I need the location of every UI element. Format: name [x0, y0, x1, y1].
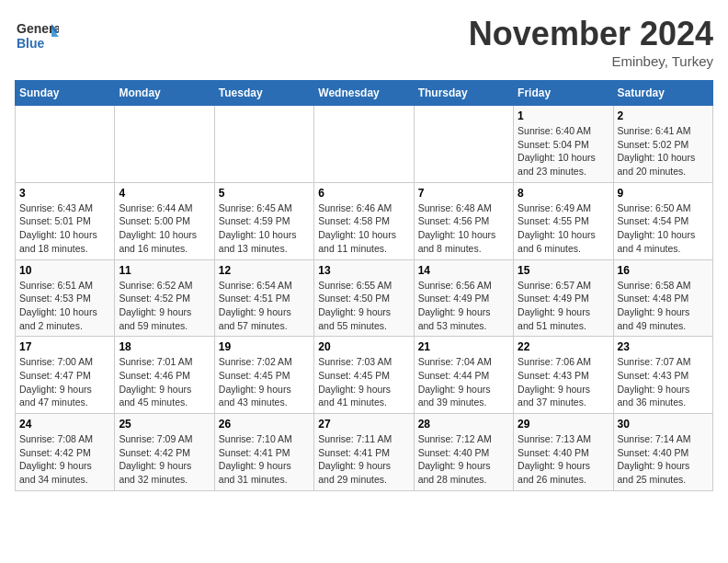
month-title: November 2024	[469, 15, 713, 53]
day-number: 20	[318, 340, 409, 353]
weekday-label: Monday	[115, 81, 214, 106]
calendar-cell: 30Sunrise: 7:14 AM Sunset: 4:40 PM Dayli…	[613, 414, 712, 491]
day-info: Sunrise: 7:00 AM Sunset: 4:47 PM Dayligh…	[19, 355, 110, 409]
calendar-week-row: 1Sunrise: 6:40 AM Sunset: 5:04 PM Daylig…	[16, 106, 713, 183]
day-number: 21	[418, 340, 509, 353]
calendar-cell: 13Sunrise: 6:55 AM Sunset: 4:50 PM Dayli…	[314, 259, 414, 337]
calendar-cell: 19Sunrise: 7:02 AM Sunset: 4:45 PM Dayli…	[214, 337, 313, 414]
day-info: Sunrise: 7:03 AM Sunset: 4:45 PM Dayligh…	[318, 355, 409, 409]
day-number: 2	[618, 109, 709, 122]
day-info: Sunrise: 6:43 AM Sunset: 5:01 PM Dayligh…	[19, 201, 110, 256]
weekday-label: Friday	[514, 81, 613, 106]
day-info: Sunrise: 6:51 AM Sunset: 4:53 PM Dayligh…	[19, 279, 110, 333]
day-info: Sunrise: 6:52 AM Sunset: 4:52 PM Dayligh…	[119, 279, 210, 333]
calendar-cell: 10Sunrise: 6:51 AM Sunset: 4:53 PM Dayli…	[16, 259, 115, 337]
calendar-body: 1Sunrise: 6:40 AM Sunset: 5:04 PM Daylig…	[16, 106, 713, 491]
calendar-cell: 5Sunrise: 6:45 AM Sunset: 4:59 PM Daylig…	[214, 182, 313, 259]
day-info: Sunrise: 7:08 AM Sunset: 4:42 PM Dayligh…	[19, 432, 110, 487]
day-info: Sunrise: 7:13 AM Sunset: 4:40 PM Dayligh…	[518, 432, 609, 487]
day-number: 13	[318, 264, 409, 277]
day-number: 6	[318, 187, 409, 200]
day-info: Sunrise: 6:48 AM Sunset: 4:56 PM Dayligh…	[418, 201, 509, 256]
calendar-cell: 1Sunrise: 6:40 AM Sunset: 5:04 PM Daylig…	[514, 106, 613, 183]
title-block: November 2024 Eminbey, Turkey	[469, 15, 713, 69]
calendar-cell	[115, 106, 214, 183]
day-number: 17	[19, 340, 110, 353]
day-number: 11	[119, 264, 210, 277]
day-info: Sunrise: 7:02 AM Sunset: 4:45 PM Dayligh…	[219, 355, 310, 409]
day-info: Sunrise: 6:40 AM Sunset: 5:04 PM Dayligh…	[518, 124, 609, 178]
day-number: 7	[418, 187, 509, 200]
calendar-week-row: 17Sunrise: 7:00 AM Sunset: 4:47 PM Dayli…	[16, 337, 713, 414]
day-info: Sunrise: 7:12 AM Sunset: 4:40 PM Dayligh…	[418, 432, 509, 487]
day-number: 12	[219, 264, 310, 277]
calendar-cell	[314, 106, 414, 183]
calendar-week-row: 24Sunrise: 7:08 AM Sunset: 4:42 PM Dayli…	[16, 414, 713, 491]
calendar-cell: 29Sunrise: 7:13 AM Sunset: 4:40 PM Dayli…	[514, 414, 613, 491]
weekday-label: Wednesday	[314, 81, 414, 106]
day-info: Sunrise: 6:49 AM Sunset: 4:55 PM Dayligh…	[518, 201, 609, 256]
day-info: Sunrise: 7:01 AM Sunset: 4:46 PM Dayligh…	[119, 355, 210, 409]
day-number: 14	[418, 264, 509, 277]
calendar-cell: 18Sunrise: 7:01 AM Sunset: 4:46 PM Dayli…	[115, 337, 214, 414]
calendar-week-row: 10Sunrise: 6:51 AM Sunset: 4:53 PM Dayli…	[16, 259, 713, 337]
calendar-table: SundayMondayTuesdayWednesdayThursdayFrid…	[15, 80, 713, 491]
calendar-cell: 14Sunrise: 6:56 AM Sunset: 4:49 PM Dayli…	[414, 259, 513, 337]
day-info: Sunrise: 6:46 AM Sunset: 4:58 PM Dayligh…	[318, 201, 409, 256]
day-info: Sunrise: 6:58 AM Sunset: 4:48 PM Dayligh…	[618, 279, 709, 333]
calendar-cell: 24Sunrise: 7:08 AM Sunset: 4:42 PM Dayli…	[16, 414, 115, 491]
location: Eminbey, Turkey	[469, 53, 713, 69]
calendar-cell	[214, 106, 313, 183]
calendar-cell: 28Sunrise: 7:12 AM Sunset: 4:40 PM Dayli…	[414, 414, 513, 491]
day-number: 23	[618, 340, 709, 353]
day-info: Sunrise: 7:10 AM Sunset: 4:41 PM Dayligh…	[219, 432, 310, 487]
day-info: Sunrise: 6:54 AM Sunset: 4:51 PM Dayligh…	[219, 279, 310, 333]
day-info: Sunrise: 6:57 AM Sunset: 4:49 PM Dayligh…	[518, 279, 609, 333]
day-number: 22	[518, 340, 609, 353]
day-number: 19	[219, 340, 310, 353]
calendar-cell: 26Sunrise: 7:10 AM Sunset: 4:41 PM Dayli…	[214, 414, 313, 491]
calendar-cell: 15Sunrise: 6:57 AM Sunset: 4:49 PM Dayli…	[514, 259, 613, 337]
weekday-label: Sunday	[16, 81, 115, 106]
calendar-cell: 2Sunrise: 6:41 AM Sunset: 5:02 PM Daylig…	[613, 106, 712, 183]
day-number: 18	[119, 340, 210, 353]
calendar-cell: 8Sunrise: 6:49 AM Sunset: 4:55 PM Daylig…	[514, 182, 613, 259]
day-number: 29	[518, 418, 609, 431]
page-header: General Blue November 2024 Eminbey, Turk…	[15, 15, 713, 69]
day-info: Sunrise: 7:07 AM Sunset: 4:43 PM Dayligh…	[618, 355, 709, 409]
day-info: Sunrise: 7:04 AM Sunset: 4:44 PM Dayligh…	[418, 355, 509, 409]
weekday-header-row: SundayMondayTuesdayWednesdayThursdayFrid…	[16, 81, 713, 106]
calendar-cell: 9Sunrise: 6:50 AM Sunset: 4:54 PM Daylig…	[613, 182, 712, 259]
day-number: 16	[618, 264, 709, 277]
day-info: Sunrise: 6:45 AM Sunset: 4:59 PM Dayligh…	[219, 201, 310, 256]
day-number: 25	[119, 418, 210, 431]
calendar-cell: 22Sunrise: 7:06 AM Sunset: 4:43 PM Dayli…	[514, 337, 613, 414]
day-number: 1	[518, 109, 609, 122]
day-number: 8	[518, 187, 609, 200]
day-info: Sunrise: 6:50 AM Sunset: 4:54 PM Dayligh…	[618, 201, 709, 256]
day-info: Sunrise: 7:14 AM Sunset: 4:40 PM Dayligh…	[618, 432, 709, 487]
day-number: 26	[219, 418, 310, 431]
calendar-cell: 12Sunrise: 6:54 AM Sunset: 4:51 PM Dayli…	[214, 259, 313, 337]
day-number: 3	[19, 187, 110, 200]
day-number: 15	[518, 264, 609, 277]
day-info: Sunrise: 6:41 AM Sunset: 5:02 PM Dayligh…	[618, 124, 709, 178]
day-number: 10	[19, 264, 110, 277]
day-info: Sunrise: 6:55 AM Sunset: 4:50 PM Dayligh…	[318, 279, 409, 333]
calendar-cell: 27Sunrise: 7:11 AM Sunset: 4:41 PM Dayli…	[314, 414, 414, 491]
weekday-label: Thursday	[414, 81, 513, 106]
calendar-cell: 11Sunrise: 6:52 AM Sunset: 4:52 PM Dayli…	[115, 259, 214, 337]
day-number: 28	[418, 418, 509, 431]
logo-icon: General Blue	[15, 15, 59, 59]
day-info: Sunrise: 6:56 AM Sunset: 4:49 PM Dayligh…	[418, 279, 509, 333]
day-info: Sunrise: 7:11 AM Sunset: 4:41 PM Dayligh…	[318, 432, 409, 487]
weekday-label: Saturday	[613, 81, 712, 106]
calendar-cell: 7Sunrise: 6:48 AM Sunset: 4:56 PM Daylig…	[414, 182, 513, 259]
day-number: 4	[119, 187, 210, 200]
day-info: Sunrise: 7:09 AM Sunset: 4:42 PM Dayligh…	[119, 432, 210, 487]
calendar-cell: 25Sunrise: 7:09 AM Sunset: 4:42 PM Dayli…	[115, 414, 214, 491]
calendar-cell	[16, 106, 115, 183]
calendar-cell: 3Sunrise: 6:43 AM Sunset: 5:01 PM Daylig…	[16, 182, 115, 259]
day-info: Sunrise: 7:06 AM Sunset: 4:43 PM Dayligh…	[518, 355, 609, 409]
day-number: 27	[318, 418, 409, 431]
